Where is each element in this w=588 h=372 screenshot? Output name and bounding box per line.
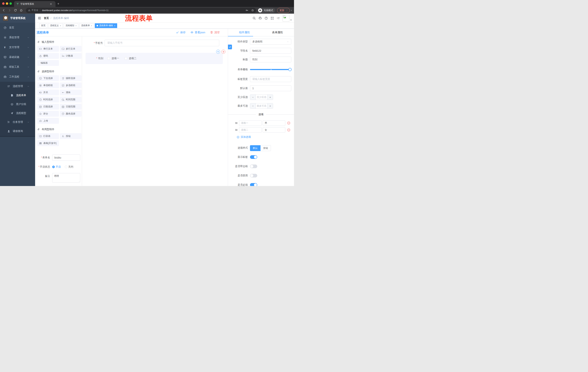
view-json-button[interactable]: 查看json — [190, 31, 205, 34]
palette-item-表格[开发中][interactable]: 表格[开发中] — [37, 140, 59, 146]
sidebar-item-流程表单[interactable]: 流程表单 — [0, 91, 35, 100]
font-size-icon[interactable]: TT — [276, 17, 280, 20]
clear-button[interactable]: 清空 — [210, 31, 220, 34]
status-off-radio[interactable]: 关闭 — [65, 165, 73, 169]
option-value-input[interactable]: 女 — [263, 127, 285, 133]
palette-item-级联选择[interactable]: 级联选择 — [60, 75, 82, 81]
address-bar[interactable]: 不安全 dashboard.yudao.iocoder.cn/bpm/manag… — [26, 8, 256, 13]
component-type-select[interactable]: 多选框组 — [250, 39, 291, 45]
palette-item-时间范围[interactable]: 时间范围 — [60, 97, 82, 102]
sidebar-item-请假查询[interactable]: 请假查询 — [0, 127, 35, 136]
form-name-input[interactable]: biubiu — [52, 155, 80, 161]
tag-流程定义[interactable]: 流程定义× — [48, 23, 63, 28]
label-width-input[interactable]: 请输入标签宽度 — [250, 76, 291, 82]
delete-component-button[interactable] — [221, 50, 225, 54]
window-minimize-button[interactable] — [6, 2, 8, 5]
palette-item-多选框组[interactable]: 多选框组 — [60, 83, 82, 88]
palette-item-评分[interactable]: 评分 — [37, 111, 59, 117]
phone-field-input[interactable]: 请输入手机号 — [105, 40, 219, 46]
tab-close-icon[interactable] — [50, 3, 52, 5]
chrome-update-button[interactable]: 更新 ⋮ — [277, 8, 290, 13]
sidebar-item-研发工具[interactable]: 研发工具 — [0, 62, 35, 72]
back-icon[interactable] — [2, 9, 5, 12]
form-remark-textarea[interactable]: 嘿嘿 — [52, 173, 80, 182]
sidebar-item-系统管理[interactable]: 系统管理 — [0, 32, 35, 43]
option-style-default[interactable]: 默认 — [250, 145, 261, 151]
tag-流程模型[interactable]: 流程模型× — [64, 23, 78, 28]
window-close-button[interactable] — [2, 2, 5, 5]
not-secure-warning-icon[interactable] — [28, 9, 30, 11]
hamburger-icon[interactable] — [35, 16, 44, 20]
palette-item-滑块[interactable]: 滑块 — [60, 90, 82, 95]
palette-item-上传[interactable]: 上传 — [37, 118, 59, 124]
form-grid-slider[interactable] — [250, 68, 291, 71]
reload-icon[interactable] — [14, 9, 17, 12]
drag-handle-icon[interactable] — [235, 122, 238, 125]
search-icon[interactable] — [252, 17, 256, 20]
sidebar-item-支付管理[interactable]: ¥支付管理 — [0, 43, 35, 52]
link-button[interactable] — [228, 45, 232, 49]
tag-流程表单-编辑[interactable]: 流程表单-编辑× — [95, 23, 117, 28]
default-value-input[interactable]: 1 — [250, 85, 291, 91]
palette-item-下拉选择[interactable]: 下拉选择 — [37, 75, 59, 81]
sidebar-item-流程管理[interactable]: 流程管理 — [0, 82, 35, 91]
avatar-caret-icon[interactable]: ▼ — [290, 19, 292, 21]
copy-component-button[interactable] — [216, 50, 220, 54]
resize-handle-icon[interactable] — [78, 180, 80, 182]
drag-handle-icon[interactable] — [235, 128, 238, 131]
password-key-icon[interactable] — [246, 9, 248, 12]
toggle-是否必填[interactable] — [250, 183, 257, 186]
url-text[interactable]: dashboard.yudao.iocoder.cn/bpm/manager/f… — [42, 9, 243, 12]
palette-item-多行文本[interactable]: 多行文本 — [60, 46, 82, 52]
palette-item-开关[interactable]: 开关 — [37, 90, 59, 95]
tag-close-icon[interactable]: × — [91, 25, 92, 27]
breadcrumb-home[interactable]: 首页 — [44, 17, 49, 20]
sidebar-item-任务管理[interactable]: 任务管理 — [0, 117, 35, 127]
github-icon[interactable] — [259, 17, 262, 20]
gender-option1-checkbox[interactable] — [107, 57, 110, 60]
sidebar-item-基础设施[interactable]: 基础设施 — [0, 52, 35, 62]
bookmark-star-icon[interactable] — [251, 9, 254, 12]
tag-close-icon[interactable]: × — [60, 25, 61, 27]
tab-form-props[interactable]: 表单属性 — [261, 29, 294, 36]
kebab-menu-icon[interactable]: ⋮ — [286, 9, 288, 12]
stepper-plus-button[interactable]: + — [267, 95, 273, 100]
window-zoom-button[interactable] — [10, 2, 12, 5]
sidebar-item-首页[interactable]: 首页 — [0, 23, 35, 32]
gender-option2-checkbox[interactable] — [125, 57, 127, 60]
chrome-caret-icon[interactable]: ▾ — [291, 10, 292, 11]
tag-close-icon[interactable]: × — [114, 25, 115, 27]
palette-item-时间选择[interactable]: 时间选择 — [37, 97, 59, 102]
avatar[interactable] — [283, 15, 289, 22]
tab-component-props[interactable]: 组件属性 — [228, 29, 261, 36]
toggle-显示标签[interactable] — [250, 155, 257, 159]
palette-item-密码[interactable]: 密码 — [37, 53, 59, 59]
stepper-minus-button[interactable]: − — [250, 103, 256, 108]
option-label-input[interactable]: 选项二 — [239, 127, 262, 133]
palette-item-行容器[interactable]: 行容器 — [37, 133, 59, 139]
remove-option-icon[interactable] — [287, 121, 290, 125]
option-style-button[interactable]: 按钮 — [261, 145, 271, 151]
toggle-是否带边框[interactable] — [250, 165, 257, 168]
option-value-input[interactable]: 男 — [263, 120, 285, 126]
tag-首页[interactable]: 首页 — [39, 23, 47, 28]
title-input[interactable]: 性别 — [250, 57, 291, 63]
option-label-input[interactable]: 选项一 — [239, 120, 262, 126]
sidebar-item-流程模型[interactable]: 流程模型 — [0, 109, 35, 117]
slider-handle[interactable] — [288, 68, 292, 71]
status-on-radio[interactable]: 开启 — [52, 165, 61, 169]
palette-item-按钮[interactable]: 按钮 — [60, 133, 82, 139]
palette-item-计数器[interactable]: 123计数器 — [60, 53, 82, 59]
sidebar-item-用户分组[interactable]: 用户分组 — [0, 100, 35, 109]
save-button[interactable]: 保存 — [176, 31, 186, 34]
toggle-是否禁用[interactable] — [250, 174, 257, 177]
sidebar-logo[interactable]: 芋道管理系统 — [0, 14, 35, 23]
stepper-minus-button[interactable]: − — [250, 95, 256, 100]
field-name-input[interactable]: field122 — [250, 48, 291, 54]
add-option-button[interactable]: 添加选项 — [237, 135, 294, 139]
palette-item-日期范围[interactable]: 日期范围 — [60, 104, 82, 110]
tag-close-icon[interactable]: × — [75, 25, 76, 27]
remove-option-icon[interactable] — [287, 128, 290, 132]
stepper-plus-button[interactable]: + — [267, 103, 273, 108]
sidebar-item-工作流程[interactable]: 工作流程 — [0, 72, 35, 82]
